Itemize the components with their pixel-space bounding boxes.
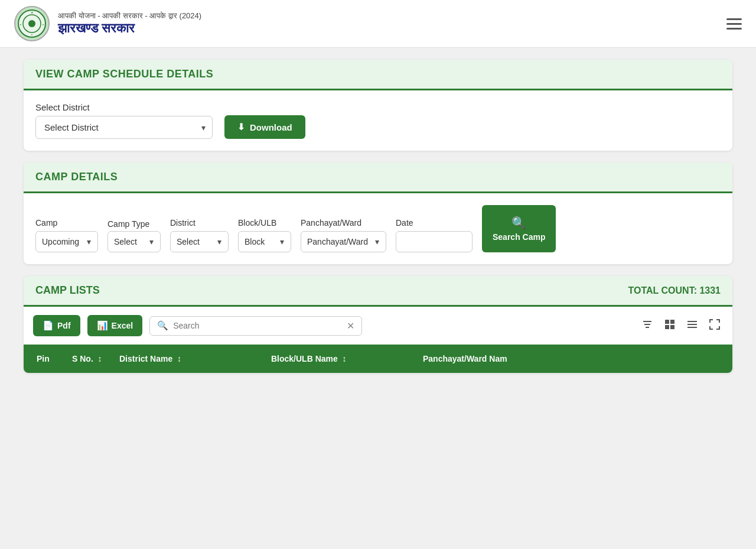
search-camp-label: Search Camp — [493, 232, 545, 242]
header-subtitle: आपकी योजना - आपकी सरकार - आपके द्वार (20… — [58, 11, 201, 21]
block-filter-group: Block/ULB Block Block 1 Block 2 ▾ — [238, 218, 291, 252]
camp-select[interactable]: Upcoming Past All — [35, 231, 98, 252]
total-count: TOTAL COUNT: 1331 — [628, 285, 721, 296]
camp-type-label: Camp Type — [107, 219, 161, 229]
svg-rect-11 — [670, 320, 674, 324]
col-pin: Pin — [33, 352, 69, 366]
header-title: झारखण्ड सरकार — [58, 21, 201, 36]
excel-label: Excel — [112, 321, 133, 330]
panchayat-select-wrapper: Panchayat/Ward Option 1 Option 2 ▾ — [301, 231, 386, 252]
block-select-wrapper: Block Block 1 Block 2 ▾ — [238, 231, 291, 252]
camp-type-filter-group: Camp Type Select Type A Type B ▾ — [107, 219, 161, 252]
panchayat-filter-group: Panchayat/Ward Panchayat/Ward Option 1 O… — [301, 218, 386, 252]
col-district: District Name ↕ — [116, 352, 268, 366]
download-button[interactable]: ⬇ Download — [224, 115, 305, 139]
header-text: आपकी योजना - आपकी सरकार - आपके द्वार (20… — [58, 11, 201, 36]
view-camp-body: Select District Select District Ranchi D… — [24, 90, 732, 151]
svg-rect-13 — [670, 325, 674, 329]
fullscreen-icon[interactable] — [706, 316, 723, 336]
district-label: Select District — [35, 102, 213, 112]
district-filter-select[interactable]: Select Ranchi Dhanbad — [170, 231, 229, 252]
camp-lists-header: CAMP LISTS TOTAL COUNT: 1331 — [24, 276, 732, 307]
col-sno: S No. ↕ — [69, 352, 116, 366]
camp-lists-heading: CAMP LISTS — [35, 284, 100, 297]
search-box: 🔍 ✕ — [149, 316, 362, 336]
grid-view-icon[interactable] — [662, 316, 678, 336]
camp-details-header: CAMP DETAILS — [24, 163, 732, 193]
svg-rect-10 — [665, 320, 669, 324]
logo-icon: ★ ● ● ● — [14, 6, 50, 41]
excel-icon: 📊 — [97, 320, 108, 331]
district-select-wrapper: Select District Ranchi Dhanbad Bokaro De… — [35, 116, 213, 139]
date-input[interactable] — [396, 231, 472, 252]
svg-point-2 — [28, 20, 35, 27]
filter-icon[interactable] — [639, 316, 656, 336]
svg-rect-12 — [665, 325, 669, 329]
toolbar-icons — [639, 316, 723, 336]
view-camp-heading: VIEW CAMP SCHEDULE DETAILS — [35, 68, 721, 80]
camp-details-body: Camp Upcoming Past All ▾ Camp Type — [24, 193, 732, 264]
filters-row: Camp Upcoming Past All ▾ Camp Type — [35, 205, 721, 252]
search-camp-button[interactable]: 🔍 Search Camp — [482, 205, 556, 252]
date-filter-group: Date — [396, 218, 472, 252]
district-filter-group: District Select Ranchi Dhanbad ▾ — [170, 218, 229, 252]
clear-icon[interactable]: ✕ — [347, 320, 354, 332]
view-camp-card: VIEW CAMP SCHEDULE DETAILS Select Distri… — [24, 60, 732, 151]
district-select[interactable]: Select District Ranchi Dhanbad Bokaro De… — [35, 116, 213, 139]
hamburger-menu[interactable] — [726, 18, 742, 30]
app-header: ★ ● ● ● आपकी योजना - आपकी सरकार - आपके द… — [0, 0, 756, 48]
main-content: VIEW CAMP SCHEDULE DETAILS Select Distri… — [0, 48, 756, 385]
header-left: ★ ● ● ● आपकी योजना - आपकी सरकार - आपके द… — [14, 6, 201, 41]
camp-details-heading: CAMP DETAILS — [35, 171, 721, 183]
list-view-icon[interactable] — [684, 316, 700, 336]
camp-filter-group: Camp Upcoming Past All ▾ — [35, 218, 98, 252]
camp-type-select-wrapper: Select Type A Type B ▾ — [107, 231, 161, 252]
district-form-group: Select District Select District Ranchi D… — [35, 102, 213, 139]
col-panchayat: Panchayat/Ward Nam — [419, 352, 571, 366]
table-toolbar: 📄 Pdf 📊 Excel 🔍 ✕ — [24, 307, 732, 345]
panchayat-select[interactable]: Panchayat/Ward Option 1 Option 2 — [301, 231, 386, 252]
pdf-label: Pdf — [57, 321, 71, 330]
search-camp-icon: 🔍 — [511, 216, 526, 230]
pdf-icon: 📄 — [43, 320, 54, 331]
camp-lists-card: CAMP LISTS TOTAL COUNT: 1331 📄 Pdf 📊 Exc… — [24, 276, 732, 373]
district-filter-select-wrapper: Select Ranchi Dhanbad ▾ — [170, 231, 229, 252]
block-select[interactable]: Block Block 1 Block 2 — [238, 231, 291, 252]
date-label: Date — [396, 218, 472, 228]
block-label: Block/ULB — [238, 218, 291, 228]
col-block: Block/ULB Name ↕ — [268, 352, 419, 366]
camp-type-select[interactable]: Select Type A Type B — [107, 231, 161, 252]
search-input[interactable] — [173, 321, 342, 330]
download-label: Download — [250, 122, 292, 132]
view-camp-header: VIEW CAMP SCHEDULE DETAILS — [24, 60, 732, 90]
camp-select-wrapper: Upcoming Past All ▾ — [35, 231, 98, 252]
search-icon: 🔍 — [157, 320, 168, 331]
district-row: Select District Select District Ranchi D… — [35, 102, 721, 139]
camp-label: Camp — [35, 218, 98, 228]
download-icon: ⬇ — [237, 122, 245, 132]
table-header-row: Pin S No. ↕ District Name ↕ Block/ULB Na… — [24, 345, 732, 373]
district-filter-label: District — [170, 218, 229, 228]
panchayat-label: Panchayat/Ward — [301, 218, 386, 228]
excel-button[interactable]: 📊 Excel — [87, 315, 143, 336]
pdf-button[interactable]: 📄 Pdf — [33, 315, 80, 336]
camp-details-card: CAMP DETAILS Camp Upcoming Past All ▾ — [24, 163, 732, 264]
